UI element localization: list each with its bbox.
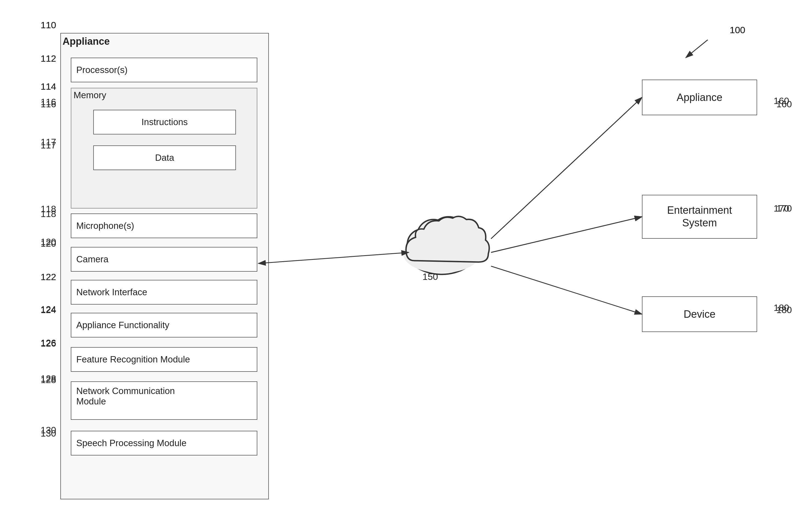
ref-160-label: 160 [773,96,789,106]
svg-line-10 [258,253,409,263]
speech-processing-label: Speech Processing Module [76,438,187,448]
instructions-box: Instructions [93,110,236,134]
instructions-label: Instructions [142,117,188,127]
ref-112-label: 112 [41,53,56,64]
ref-100-label: 100 [730,25,745,35]
svg-line-15 [491,266,642,314]
microphones-box: Microphone(s) [71,213,257,238]
svg-point-3 [407,229,437,259]
ref-110-label: 110 [41,20,56,30]
network-communication-box: Network CommunicationModule [71,381,257,420]
feature-recognition-label: Feature Recognition Module [76,354,190,364]
ref-120-label: 120 [41,237,56,247]
right-appliance-label: Appliance [677,92,723,103]
svg-line-12 [491,97,642,239]
svg-point-6 [448,227,477,256]
ref-124-label: 124 [41,304,56,315]
entertainment-system-label: EntertainmentSystem [667,204,732,229]
diagram: 110 Appliance 112 Processor(s) 114 Memor… [0,0,812,529]
appliance-functionality-box: Appliance Functionality [71,313,257,338]
svg-point-8 [403,234,480,273]
ref-170-label: 170 [773,203,789,214]
ref-117-label: 117 [41,137,56,147]
feature-recognition-box: Feature Recognition Module [71,347,257,372]
appliance-label: Appliance [62,36,110,47]
microphones-label: Microphone(s) [76,220,134,231]
data-box: Data [93,145,236,170]
svg-line-13 [491,217,642,253]
svg-point-7 [454,237,481,263]
processors-label: Processor(s) [76,65,128,75]
device-box: Device [642,296,757,332]
network-interface-label: Network Interface [76,287,147,297]
ref-128-label: 128 [41,373,56,384]
processors-box: Processor(s) [71,58,257,82]
ref-114-label: 114 [41,81,56,92]
data-label: Data [155,153,174,163]
ref-126-label: 126 [41,338,56,349]
ref-122-label: 122 [41,272,56,282]
svg-line-11 [491,97,642,239]
ref-130-label: 130 [41,425,56,435]
svg-text:150: 150 [422,271,438,282]
speech-processing-box: Speech Processing Module [71,431,257,456]
svg-point-2 [406,225,477,274]
memory-label: Memory [73,90,106,100]
svg-line-14 [491,217,642,253]
camera-label: Camera [76,254,108,264]
cloud-shape [403,216,489,274]
right-appliance-box: Appliance [642,80,757,115]
svg-point-5 [431,217,466,253]
ref-118-label: 118 [41,204,56,214]
device-label: Device [684,309,715,320]
ref-116-label: 116 [41,97,56,107]
network-communication-label: Network CommunicationModule [76,386,175,406]
ref-180-label: 180 [773,302,789,313]
appliance-functionality-label: Appliance Functionality [76,320,169,330]
camera-box: Camera [71,247,257,272]
svg-point-4 [417,219,450,253]
network-interface-box: Network Interface [71,280,257,304]
svg-line-16 [686,40,708,58]
entertainment-system-box: EntertainmentSystem [642,195,757,239]
